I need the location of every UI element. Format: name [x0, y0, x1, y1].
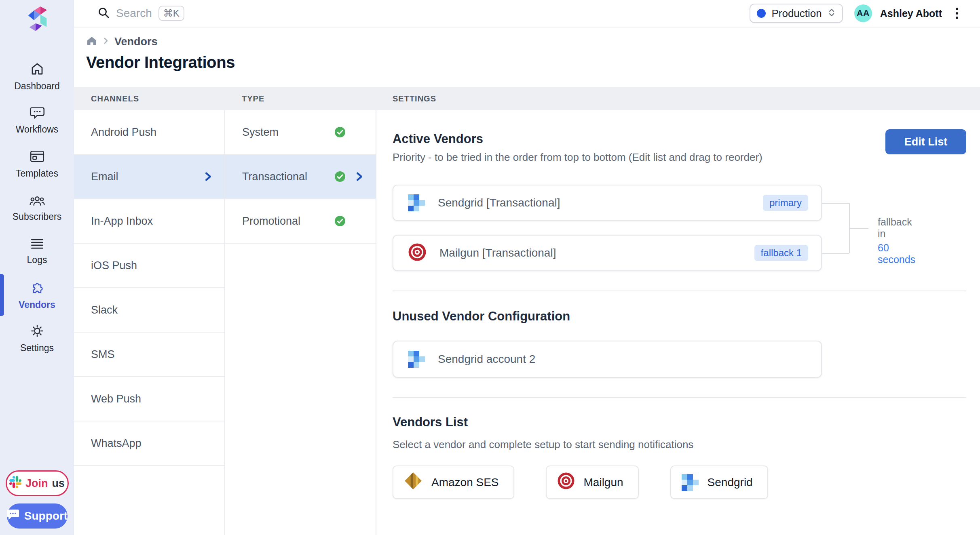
channel-row-android-push[interactable]: Android Push — [74, 110, 224, 155]
section-divider — [393, 397, 966, 398]
people-icon — [29, 193, 45, 209]
active-vendors-header: Active Vendors Priority - to be tried in… — [393, 132, 966, 164]
edit-list-button[interactable]: Edit List — [885, 129, 966, 154]
check-circle-icon — [334, 126, 346, 138]
active-indicator-bar — [0, 274, 4, 316]
support-button[interactable]: Support — [7, 503, 68, 529]
channel-row-ios-push[interactable]: iOS Push — [74, 244, 224, 288]
sidebar-nav: Dashboard Workflows Templates Subscriber… — [0, 55, 74, 360]
vendor-name: Sendgrid [Transactional] — [438, 196, 560, 209]
unused-vendors-title: Unused Vendor Configuration — [393, 309, 966, 324]
sidebar-item-label: Templates — [16, 168, 58, 179]
environment-select[interactable]: Production — [750, 4, 843, 23]
type-row-system[interactable]: System — [225, 110, 376, 155]
home-breadcrumb-icon[interactable] — [86, 36, 97, 48]
type-label: System — [242, 126, 279, 139]
settings-header: SETTINGS — [393, 87, 436, 110]
channel-label: Slack — [91, 304, 118, 316]
layout-template-icon — [30, 149, 45, 165]
type-row-promotional[interactable]: Promotional — [225, 199, 376, 244]
sidebar-item-label: Subscribers — [13, 211, 61, 222]
slack-icon — [9, 476, 21, 491]
type-label: Promotional — [242, 215, 300, 227]
fallback-duration-link[interactable]: 60 seconds — [878, 242, 915, 265]
channel-label: Web Push — [91, 393, 141, 405]
breadcrumb: Vendors — [86, 34, 980, 49]
vendor-name: Mailgun [Transactional] — [439, 246, 556, 259]
sidebar-item-label: Settings — [20, 343, 54, 354]
vendor-card-sendgrid-account-2[interactable]: Sendgrid account 2 — [393, 341, 822, 378]
vendor-name: Sendgrid account 2 — [438, 353, 535, 366]
sidebar-item-label: Vendors — [19, 299, 55, 310]
vendor-card-sendgrid-transactional[interactable]: Sendgrid [Transactional] primary — [393, 185, 822, 221]
chevron-right-icon — [103, 37, 109, 46]
vendor-option-sendgrid[interactable]: Sendgrid — [670, 465, 768, 499]
settings-panel: Active Vendors Priority - to be tried in… — [376, 110, 980, 535]
search-icon — [97, 6, 110, 20]
vendor-option-label: Amazon SES — [431, 476, 499, 489]
channel-row-email[interactable]: Email — [74, 155, 224, 199]
channel-row-slack[interactable]: Slack — [74, 288, 224, 333]
home-icon — [30, 62, 44, 78]
sidebar: Dashboard Workflows Templates Subscriber… — [0, 0, 74, 535]
connector-line — [822, 203, 849, 204]
chevron-right-icon — [355, 172, 363, 181]
more-options-kebab-icon[interactable] — [953, 5, 961, 21]
sidebar-item-subscribers[interactable]: Subscribers — [0, 186, 74, 230]
sidebar-item-workflows[interactable]: Workflows — [0, 99, 74, 142]
amazon-ses-icon — [404, 472, 422, 493]
breadcrumb-current[interactable]: Vendors — [114, 36, 158, 48]
type-row-transactional[interactable]: Transactional — [225, 155, 376, 199]
channel-label: Email — [91, 171, 118, 183]
channel-row-inapp-inbox[interactable]: In-App Inbox — [74, 199, 224, 244]
channel-row-web-push[interactable]: Web Push — [74, 377, 224, 421]
gear-icon — [30, 324, 44, 340]
join-us-slack-button[interactable]: Join us — [6, 470, 69, 496]
avatar-initials: AA — [857, 8, 870, 19]
join-label: Join — [25, 477, 48, 490]
channel-row-sms[interactable]: SMS — [74, 333, 224, 377]
type-column: System Transactional — [225, 110, 376, 535]
sidebar-item-vendors[interactable]: Vendors — [0, 273, 74, 317]
channels-column: Android Push Email In-App Inbox iOS Push… — [74, 110, 225, 535]
channel-row-whatsapp[interactable]: WhatsApp — [74, 421, 224, 466]
fallback-label: fallback in — [878, 216, 915, 240]
sidebar-item-label: Workflows — [16, 124, 59, 135]
fallback-badge: fallback 1 — [754, 245, 808, 261]
active-vendors-subtitle: Priority - to be tried in the order from… — [393, 151, 762, 164]
vendor-option-amazon-ses[interactable]: Amazon SES — [393, 465, 514, 499]
chat-support-icon — [6, 509, 19, 523]
vendors-list-title: Vendors List — [393, 415, 966, 430]
content-columns: Android Push Email In-App Inbox iOS Push… — [74, 110, 980, 535]
active-vendors-list: Sendgrid [Transactional] primary Mailgun… — [393, 185, 822, 271]
channel-label: Android Push — [91, 126, 156, 139]
sidebar-item-dashboard[interactable]: Dashboard — [0, 55, 74, 99]
check-circle-icon — [334, 215, 346, 227]
sendgrid-icon — [408, 194, 425, 211]
avatar[interactable]: AA — [854, 4, 872, 22]
fallback-info: fallback in 60 seconds — [878, 216, 915, 265]
channel-label: SMS — [91, 348, 115, 361]
connector-line — [822, 253, 849, 254]
vendor-integrations-page: Dashboard Workflows Templates Subscriber… — [0, 0, 980, 535]
vendor-option-label: Sendgrid — [708, 476, 753, 489]
section-divider — [393, 291, 966, 291]
active-vendors-title: Active Vendors — [393, 132, 762, 146]
vendor-card-mailgun-transactional[interactable]: Mailgun [Transactional] fallback 1 — [393, 235, 822, 271]
primary-badge: primary — [763, 195, 808, 211]
list-lines-icon — [30, 237, 44, 252]
suprsend-logo-icon[interactable] — [25, 4, 50, 36]
chevron-right-icon — [204, 172, 212, 181]
vendor-option-mailgun[interactable]: Mailgun — [546, 465, 639, 499]
user-name: Ashley Abott — [880, 8, 942, 19]
sidebar-item-settings[interactable]: Settings — [0, 317, 74, 360]
vendors-list-subtitle: Select a vendor and complete setup to st… — [393, 438, 966, 451]
search-input[interactable]: Search ⌘K — [97, 6, 184, 21]
sidebar-item-logs[interactable]: Logs — [0, 230, 74, 273]
vendor-option-label: Mailgun — [584, 476, 623, 489]
sidebar-item-templates[interactable]: Templates — [0, 142, 74, 186]
check-circle-icon — [334, 171, 346, 182]
environment-label: Production — [771, 7, 822, 20]
sidebar-item-label: Dashboard — [14, 81, 60, 92]
chevron-up-down-icon — [828, 8, 836, 19]
